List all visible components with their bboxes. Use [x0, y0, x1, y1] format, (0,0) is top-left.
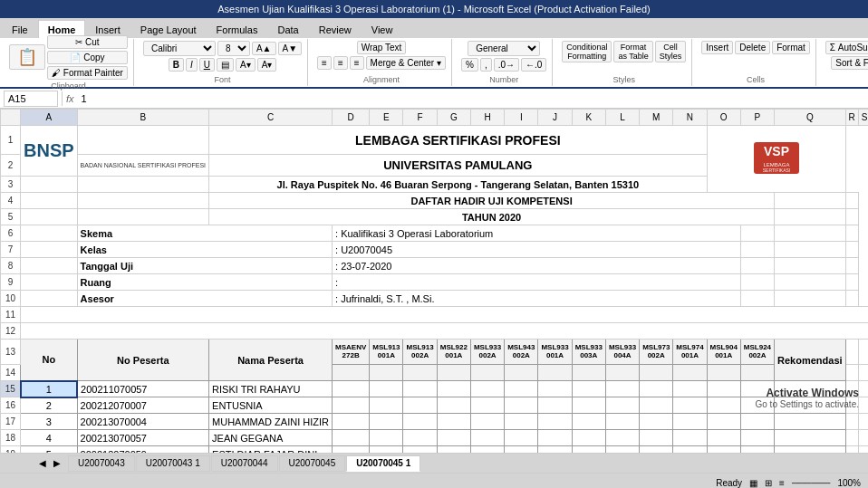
cell-s9[interactable]	[845, 274, 858, 291]
copy-button[interactable]: 📄 Copy	[47, 51, 128, 64]
cell-g18[interactable]	[437, 430, 470, 446]
cell-a18-no[interactable]: 4	[21, 430, 78, 446]
cell-e19[interactable]	[370, 446, 403, 454]
col-header-f[interactable]: F	[403, 110, 437, 126]
cell-f18[interactable]	[403, 430, 437, 446]
tab-formulas[interactable]: Formulas	[207, 20, 268, 38]
cell-a17-no[interactable]: 3	[21, 414, 78, 430]
tab-data[interactable]: Data	[267, 20, 308, 38]
cell-l17[interactable]	[605, 414, 639, 430]
cell-s7[interactable]	[845, 242, 858, 258]
cell-f14[interactable]	[403, 365, 437, 381]
cell-h15[interactable]	[470, 381, 504, 397]
decrease-font-button[interactable]: A▼	[278, 42, 303, 55]
sheet-tab-u20070045-1[interactable]: U20070045 1	[346, 455, 420, 472]
cell-h14[interactable]	[470, 365, 504, 381]
sheet-tab-u20070043-1[interactable]: U20070043 1	[136, 455, 210, 472]
cell-s15[interactable]	[858, 381, 868, 397]
col-header-a[interactable]: A	[21, 110, 78, 126]
cell-g17[interactable]	[437, 414, 470, 430]
cell-i13-msl943[interactable]: MSL943002A	[505, 340, 538, 365]
fill-color-button[interactable]: A▾	[236, 58, 256, 72]
cell-d9-value[interactable]: :	[333, 274, 741, 291]
col-header-p[interactable]: P	[740, 110, 774, 126]
cell-d16[interactable]	[333, 397, 370, 414]
cell-b17-nopeserta[interactable]: 200213070004	[77, 414, 208, 430]
col-header-e[interactable]: E	[370, 110, 403, 126]
cell-q8[interactable]	[740, 258, 774, 274]
delete-cells-button[interactable]: Delete	[735, 41, 770, 54]
underline-button[interactable]: U	[199, 58, 215, 72]
autosum-button[interactable]: Σ AutoSum ▾	[825, 41, 868, 54]
cell-s10[interactable]	[845, 291, 858, 307]
cell-c13-namapeserta[interactable]: Nama Peserta	[209, 340, 333, 381]
cell-c17-nama[interactable]: MUHAMMAD ZAINI HIZIR	[209, 414, 333, 430]
cell-d17[interactable]	[333, 414, 370, 430]
cell-b1[interactable]	[77, 126, 208, 155]
cell-i14[interactable]	[505, 365, 538, 381]
cell-b6-label[interactable]: Skema	[77, 225, 332, 242]
cell-styles-button[interactable]: CellStyles	[655, 41, 687, 62]
tab-view[interactable]: View	[362, 20, 403, 38]
cell-d10-value[interactable]: : Jufrinaldi, S.T. , M.Si.	[333, 291, 741, 307]
cell-l16[interactable]	[605, 397, 639, 414]
cell-b18-nopeserta[interactable]: 200213070057	[77, 430, 208, 446]
cell-k19[interactable]	[572, 446, 605, 454]
cell-j19[interactable]	[538, 446, 572, 454]
cell-b19-nopeserta[interactable]: 200213070059	[77, 446, 208, 454]
cell-r10[interactable]	[775, 291, 846, 307]
cell-b15-nopeserta[interactable]: 200211070057	[77, 381, 208, 397]
cell-b3[interactable]	[77, 177, 208, 193]
cell-g13-msl922[interactable]: MSL922001A	[437, 340, 470, 365]
cell-r18[interactable]	[845, 430, 858, 446]
cell-o19[interactable]	[707, 446, 740, 454]
cell-r17[interactable]	[845, 414, 858, 430]
cell-p14[interactable]	[740, 365, 774, 381]
cell-e17[interactable]	[370, 414, 403, 430]
cell-l18[interactable]	[605, 430, 639, 446]
col-header-d[interactable]: D	[333, 110, 370, 126]
cell-r14[interactable]	[845, 365, 858, 381]
cell-f17[interactable]	[403, 414, 437, 430]
col-header-m[interactable]: M	[640, 110, 673, 126]
cell-m19[interactable]	[640, 446, 673, 454]
cell-h16[interactable]	[470, 397, 504, 414]
wrap-text-button[interactable]: Wrap Text	[357, 41, 407, 54]
cell-n15[interactable]	[673, 381, 707, 397]
cell-f19[interactable]	[403, 446, 437, 454]
cell-a5[interactable]	[21, 209, 78, 225]
cell-q9[interactable]	[740, 274, 774, 291]
tab-page-layout[interactable]: Page Layout	[130, 20, 207, 38]
cell-n14[interactable]	[673, 365, 707, 381]
align-left-button[interactable]: ≡	[317, 56, 332, 70]
cell-q7[interactable]	[740, 242, 774, 258]
formula-input[interactable]: 1	[78, 92, 864, 105]
cell-j15[interactable]	[538, 381, 572, 397]
cell-s13[interactable]	[858, 340, 868, 365]
cell-b13-nopeserta[interactable]: No Peserta	[77, 340, 208, 381]
cell-i17[interactable]	[505, 414, 538, 430]
cell-p13-msl924[interactable]: MSL924002A	[740, 340, 774, 365]
cell-s4[interactable]	[845, 193, 858, 209]
cell-b16-nopeserta[interactable]: 200212070007	[77, 397, 208, 414]
cell-b10-label[interactable]: Asesor	[77, 291, 332, 307]
cell-q6[interactable]	[740, 225, 774, 242]
cell-e18[interactable]	[370, 430, 403, 446]
tab-review[interactable]: Review	[309, 20, 362, 38]
col-header-o[interactable]: O	[707, 110, 740, 126]
font-name-select[interactable]: Calibri	[143, 41, 216, 56]
cell-c5-title[interactable]: TAHUN 2020	[209, 209, 775, 225]
cut-button[interactable]: ✂ Cut	[47, 35, 128, 49]
cell-c18-nama[interactable]: JEAN GEGANA	[209, 430, 333, 446]
cell-j16[interactable]	[538, 397, 572, 414]
cell-m16[interactable]	[640, 397, 673, 414]
cell-r6[interactable]	[775, 225, 846, 242]
cell-d8-value[interactable]: : 23-07-2020	[333, 258, 741, 274]
view-break-icon[interactable]: ≡	[779, 478, 785, 488]
cell-s6[interactable]	[845, 225, 858, 242]
view-layout-icon[interactable]: ⊞	[765, 478, 772, 488]
cell-a19-no[interactable]: 5	[21, 446, 78, 454]
align-right-button[interactable]: ≡	[350, 56, 364, 70]
cell-q13-rekomendasi[interactable]: Rekomendasi	[775, 340, 846, 381]
cell-l19[interactable]	[605, 446, 639, 454]
